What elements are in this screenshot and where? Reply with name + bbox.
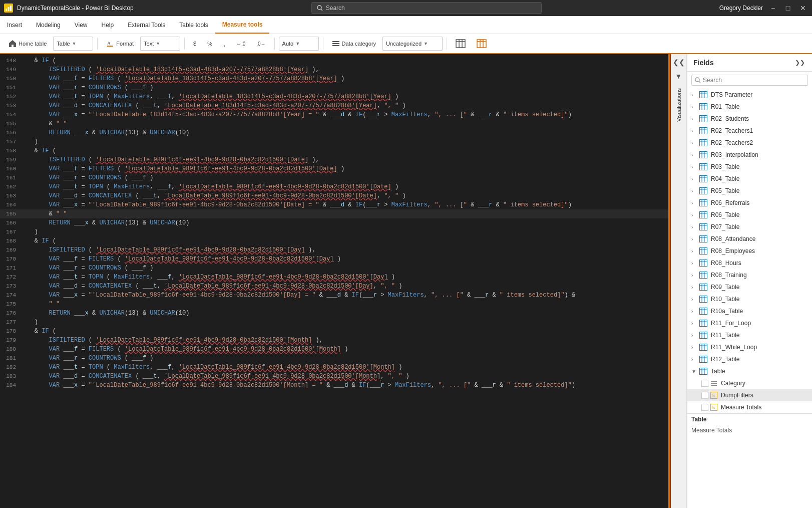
code-line: 173 VAR ___d = CONCATENATEX ( ___t, 'Loc… [0, 282, 670, 291]
auto-label: Auto [282, 41, 294, 47]
menu-help[interactable]: Help [95, 16, 121, 34]
menu-external-tools[interactable]: External Tools [121, 16, 172, 34]
field-table-item[interactable]: ›R11_For_Loop [687, 317, 812, 329]
minimize-button[interactable]: − [768, 3, 778, 13]
line-content: & IF ( [20, 327, 670, 336]
field-checkbox[interactable] [701, 392, 708, 399]
code-line: 153 VAR ___d = CONCATENATEX ( ___t, 'Loc… [0, 101, 670, 110]
field-table-item[interactable]: ›R03_Interpolation [687, 149, 812, 161]
table-icon [699, 235, 707, 242]
line-content: VAR ___r = COUNTROWS ( ___f ) [20, 354, 670, 363]
close-button[interactable]: ✕ [798, 3, 808, 13]
menu-insert[interactable]: Insert [0, 16, 29, 34]
home-table-dropdown[interactable]: Table ▼ [53, 37, 93, 51]
home-icon [9, 40, 17, 48]
line-content: VAR ___t = TOPN ( MaxFilters, ___f, 'Loc… [20, 92, 670, 101]
field-table-item[interactable]: ›R04_Table [687, 173, 812, 185]
dec-right-button[interactable]: .0→ [252, 36, 270, 51]
field-table-item[interactable]: ›R08_Hours [687, 257, 812, 269]
code-line: 182 VAR ___t = TOPN ( MaxFilters, ___f, … [0, 363, 670, 372]
code-line: 155 & " " [0, 119, 670, 128]
code-line: 149 ISFILTERED ( 'LocalDateTable_183d14f… [0, 65, 670, 74]
code-line: 165 & " " [0, 209, 670, 218]
svg-rect-66 [700, 224, 707, 230]
svg-rect-70 [700, 236, 707, 242]
field-table-item[interactable]: ›R09_Table [687, 281, 812, 293]
field-table-item[interactable]: ▼Table [687, 365, 812, 377]
field-table-item[interactable]: ›R02_Teachers1 [687, 125, 812, 137]
expand-btn[interactable]: ▼ [673, 70, 685, 82]
field-measure-item[interactable]: Category [687, 377, 812, 389]
field-table-item[interactable]: ›R02_Teachers2 [687, 137, 812, 149]
fields-expand-btn[interactable]: ❯❯ [794, 58, 806, 67]
menu-table-tools[interactable]: Table tools [172, 16, 215, 34]
field-table-item[interactable]: ›R08_Employees [687, 245, 812, 257]
field-checkbox[interactable] [701, 380, 708, 387]
auto-dropdown[interactable]: Auto ▼ [279, 37, 319, 51]
menu-modeling[interactable]: Modeling [29, 16, 68, 34]
data-category-dropdown[interactable]: Uncategorized ▼ [382, 37, 443, 51]
chevron-icon: › [691, 224, 697, 230]
title-search[interactable]: Search [311, 2, 542, 14]
field-table-item[interactable]: ›R11_While_Loop [687, 341, 812, 353]
line-content: " " [20, 300, 670, 309]
field-table-item[interactable]: ›R10_Table [687, 293, 812, 305]
field-table-item[interactable]: ›DTS Parameter [687, 89, 812, 101]
field-table-item[interactable]: ›R10a_Table [687, 305, 812, 317]
code-editor[interactable]: 148 & IF (149 ISFILTERED ( 'LocalDateTab… [0, 54, 671, 508]
table-icon-btn1[interactable] [451, 36, 470, 51]
field-table-item[interactable]: ›R12_Table [687, 353, 812, 365]
svg-rect-118 [711, 381, 717, 382]
field-label: R03_Interpolation [711, 151, 758, 158]
chevron-icon: › [691, 128, 697, 134]
line-content: VAR ___x = "'LocalDateTable_989f1c6f-ee9… [20, 291, 670, 300]
field-label: DTS Parameter [711, 91, 752, 98]
format-btn[interactable]: A Format [102, 36, 138, 51]
field-label: R07_Table [711, 223, 739, 230]
field-measure-item[interactable]: fxDumpFilters [687, 389, 812, 401]
menu-measure-tools[interactable]: Measure tools [215, 16, 270, 34]
code-scroll[interactable]: 148 & IF (149 ISFILTERED ( 'LocalDateTab… [0, 54, 670, 508]
line-content: VAR ___x = "'LocalDateTable_989f1c6f-ee9… [20, 200, 670, 209]
code-line: 158 & IF ( [0, 146, 670, 155]
field-table-item[interactable]: ›R06_Referrals [687, 197, 812, 209]
comma-button[interactable]: , [219, 36, 230, 51]
line-number: 163 [0, 191, 20, 200]
code-line: 161 VAR ___r = COUNTROWS ( ___f ) [0, 173, 670, 182]
chevron-icon: › [691, 248, 697, 254]
menu-view[interactable]: View [68, 16, 95, 34]
fields-search-box[interactable] [691, 75, 808, 86]
field-table-item[interactable]: ›R08_Attendance [687, 233, 812, 245]
restore-button[interactable]: □ [783, 3, 793, 13]
dec-left-button[interactable]: ←.0 [232, 36, 250, 51]
field-table-item[interactable]: ›R03_Table [687, 161, 812, 173]
table-icon [699, 332, 707, 339]
format-dropdown[interactable]: Text ▼ [140, 37, 180, 51]
table-icon [699, 199, 707, 206]
table-icon-btn2[interactable] [472, 36, 491, 51]
line-number: 184 [0, 381, 20, 390]
table-icon [699, 211, 707, 218]
chevron-icon: › [691, 152, 697, 158]
field-table-item[interactable]: ›R01_Table [687, 101, 812, 113]
field-checkbox[interactable] [701, 404, 708, 411]
home-table-btn[interactable]: Home table [4, 36, 51, 51]
field-label: R11_Table [711, 332, 739, 339]
field-table-item[interactable]: ›R11_Table [687, 329, 812, 341]
field-table-item[interactable]: ›R07_Table [687, 221, 812, 233]
percent-button[interactable]: % [203, 36, 217, 51]
code-line: 154 VAR ___x = "'LocalDateTable_183d14f5… [0, 110, 670, 119]
chevron-icon: › [691, 200, 697, 206]
code-line: 181 VAR ___r = COUNTROWS ( ___f ) [0, 354, 670, 363]
field-table-item[interactable]: ›R05_Table [687, 185, 812, 197]
measure-icon: fx [710, 404, 717, 411]
field-table-item[interactable]: ›R02_Students [687, 113, 812, 125]
field-table-item[interactable]: ›R06_Table [687, 209, 812, 221]
field-measure-item[interactable]: fxMeasure Totals [687, 401, 812, 413]
currency-button[interactable]: $ [189, 36, 201, 51]
fields-search-input[interactable] [703, 77, 804, 84]
field-table-item[interactable]: ›R08_Training [687, 269, 812, 281]
collapse-fields-btn[interactable]: ❮❮ [673, 56, 685, 68]
visualizations-tab[interactable]: Visualizations [674, 84, 684, 126]
field-label: R08_Employees [711, 247, 755, 255]
